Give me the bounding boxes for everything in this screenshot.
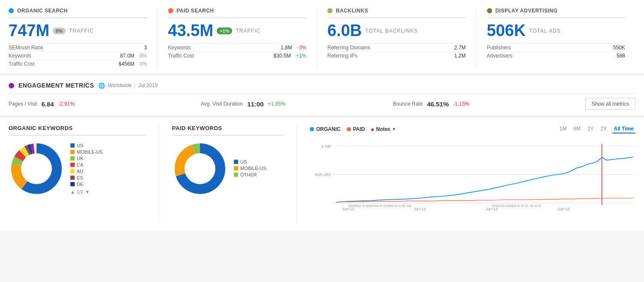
display-dot bbox=[487, 8, 492, 13]
paid-badge: +1% bbox=[217, 27, 232, 34]
paid-legend-list: US MOBILE-US OTHER bbox=[234, 159, 266, 179]
separator-2 bbox=[296, 125, 297, 224]
svg-text:GGGGG G-GGGGG G GGGG-G G IG GG: GGGGG G-GGGGG G GGGG-G G IG GG bbox=[348, 204, 411, 208]
time-1y[interactable]: 1Y bbox=[586, 125, 596, 133]
backlinks-dot bbox=[327, 8, 333, 13]
organic-row-traffic-cost: Traffic Cost $456M 0% bbox=[9, 60, 147, 68]
display-title: DISPLAY ADVERTISING bbox=[496, 8, 558, 14]
legend-item-es: ES bbox=[70, 175, 103, 180]
paid-dot bbox=[168, 8, 173, 13]
engagement-section: ENGAGEMENT METRICS 🌐 Worldwide | Jul 201… bbox=[0, 76, 644, 116]
legend-item-mobile-us: MOBILE-US bbox=[70, 149, 103, 155]
paid-legend-us: US bbox=[234, 159, 266, 164]
engagement-dot bbox=[9, 83, 14, 88]
paid-legend-mobile-us: MOBILE-US bbox=[234, 166, 266, 171]
notes-button[interactable]: ◆ Notes ▼ bbox=[371, 126, 396, 132]
organic-sub-rows: SEMrush Rank 3 Keywords 87.0M 0% Traffic… bbox=[9, 43, 147, 68]
backlinks-big-number: 6.0B TOTAL BACKLINKS bbox=[327, 21, 466, 40]
paid-donut-chart bbox=[172, 141, 228, 197]
page-indicator: 1/2 bbox=[77, 189, 83, 194]
backlinks-row-ips: Referring IPs 1.2M bbox=[327, 52, 466, 60]
time-6m[interactable]: 6M bbox=[571, 125, 582, 133]
svg-text:1.0B: 1.0B bbox=[321, 144, 331, 149]
time-1m[interactable]: 1M bbox=[558, 125, 568, 133]
paid-big-number: 43.5M +1% TRAFFIC bbox=[168, 21, 307, 40]
organic-title: ORGANIC SEARCH bbox=[17, 8, 68, 14]
paid-title: PAID SEARCH bbox=[177, 8, 214, 14]
organic-search-block: ORGANIC SEARCH 747M 0% TRAFFIC SEMrush R… bbox=[9, 8, 158, 68]
chart-area: 1.0B 500.0M Jan'12 Jan'14 Jan'16 Jan'18 … bbox=[310, 138, 635, 224]
organic-header: ORGANIC SEARCH bbox=[9, 8, 147, 18]
engagement-metrics-row: Pages / Visit 6.84 -2.91% Avg. Visit Dur… bbox=[9, 98, 635, 110]
paid-sub-rows: Keywords 1.8M -3% Traffic Cost $30.5M +1… bbox=[168, 43, 307, 60]
svg-text:Jan'14: Jan'14 bbox=[414, 207, 426, 211]
organic-row-keywords: Keywords 87.0M 0% bbox=[9, 52, 147, 60]
organic-row-semrush: SEMrush Rank 3 bbox=[9, 43, 147, 52]
avg-visit-metric: Avg. Visit Duration 11:00 +1.85% bbox=[201, 100, 393, 108]
backlinks-row-domains: Referring Domains 2.7M bbox=[327, 43, 466, 52]
chart-paid-label: PAID bbox=[353, 126, 365, 132]
bounce-rate-metric: Bounce Rate 46.51% -1.15% bbox=[393, 100, 585, 108]
time-2y[interactable]: 2Y bbox=[599, 125, 609, 133]
chart-organic-legend: ORGANIC bbox=[310, 126, 341, 132]
svg-text:Jan'18: Jan'18 bbox=[557, 207, 570, 211]
organic-keywords-block: ORGANIC KEYWORDS bbox=[9, 125, 146, 224]
paid-row-keywords: Keywords 1.8M -3% bbox=[168, 43, 307, 52]
organic-big-number: 747M 0% TRAFFIC bbox=[9, 21, 147, 40]
paid-search-block: PAID SEARCH 43.5M +1% TRAFFIC Keywords 1… bbox=[158, 8, 317, 68]
show-metrics-button[interactable]: Show all metrics bbox=[585, 98, 635, 110]
pages-visit-metric: Pages / Visit 6.84 -2.91% bbox=[9, 100, 201, 108]
organic-donut-chart bbox=[9, 141, 64, 197]
legend-item-us: US bbox=[70, 143, 103, 148]
paid-row-traffic-cost: Traffic Cost $30.5M +1% bbox=[168, 52, 307, 60]
paid-keywords-title: PAID KEYWORDS bbox=[172, 125, 284, 136]
organic-badge: 0% bbox=[53, 27, 66, 34]
paid-keywords-block: PAID KEYWORDS US MOBILE-US OTHER bbox=[172, 125, 284, 224]
chart-paid-dot bbox=[347, 127, 351, 131]
engagement-meta: 🌐 Worldwide | Jul 2019 bbox=[98, 82, 157, 89]
legend-nav[interactable]: ▲ 1/2 ▼ bbox=[70, 189, 103, 194]
engagement-title: ENGAGEMENT METRICS bbox=[18, 82, 94, 89]
svg-point-12 bbox=[184, 153, 215, 184]
legend-item-de: DE bbox=[70, 182, 103, 187]
bottom-section: ORGANIC KEYWORDS bbox=[0, 118, 644, 230]
chart-paid-legend: PAID bbox=[347, 126, 365, 132]
display-block: DISPLAY ADVERTISING 506K TOTAL ADS Publi… bbox=[477, 8, 636, 68]
organic-donut-legend: US MOBILE-US UK CA AU ES DE ▲ 1/2 ▼ bbox=[9, 141, 146, 197]
paid-header: PAID SEARCH bbox=[168, 8, 307, 18]
chart-header: ORGANIC PAID ◆ Notes ▼ 1M 6M 1Y 2Y All T… bbox=[310, 125, 635, 133]
display-row-publishers: Publishers 550K bbox=[487, 43, 626, 52]
next-page-icon[interactable]: ▼ bbox=[85, 189, 90, 194]
display-sub-rows: Publishers 550K Advertisers 588 bbox=[487, 43, 626, 60]
engagement-location: Worldwide bbox=[108, 82, 132, 88]
notes-label: Notes bbox=[376, 126, 390, 132]
svg-point-8 bbox=[21, 153, 52, 184]
time-all[interactable]: All Time bbox=[612, 125, 635, 133]
svg-text:500.0M: 500.0M bbox=[315, 173, 331, 177]
backlinks-sub-rows: Referring Domains 2.7M Referring IPs 1.2… bbox=[327, 43, 466, 60]
legend-item-ca: CA bbox=[70, 162, 103, 167]
paid-donut-legend: US MOBILE-US OTHER bbox=[172, 141, 284, 197]
chart-organic-label: ORGANIC bbox=[316, 126, 341, 132]
chart-block: ORGANIC PAID ◆ Notes ▼ 1M 6M 1Y 2Y All T… bbox=[310, 125, 635, 224]
backlinks-title: BACKLINKS bbox=[336, 8, 368, 14]
organic-keywords-title: ORGANIC KEYWORDS bbox=[9, 125, 146, 136]
backlinks-header: BACKLINKS bbox=[327, 8, 466, 18]
display-big-number: 506K TOTAL ADS bbox=[487, 21, 626, 40]
time-range-group: 1M 6M 1Y 2Y All Time bbox=[558, 125, 635, 133]
notes-dropdown-icon: ▼ bbox=[392, 127, 396, 131]
engagement-date: Jul 2019 bbox=[138, 82, 157, 88]
separator-1 bbox=[159, 125, 159, 224]
paid-legend-other: OTHER bbox=[234, 172, 266, 177]
legend-item-au: AU bbox=[70, 169, 103, 174]
legend-item-uk: UK bbox=[70, 156, 103, 161]
organic-dot bbox=[9, 8, 14, 13]
engagement-header: ENGAGEMENT METRICS 🌐 Worldwide | Jul 201… bbox=[9, 82, 635, 94]
organic-legend-list: US MOBILE-US UK CA AU ES DE ▲ 1/2 ▼ bbox=[70, 143, 103, 194]
display-row-advertisers: Advertisers 588 bbox=[487, 52, 626, 60]
chart-organic-dot bbox=[310, 127, 314, 131]
backlinks-block: BACKLINKS 6.0B TOTAL BACKLINKS Referring… bbox=[317, 8, 477, 68]
svg-text:GGGGG-GGGG G IG G- IG-G G: GGGGG-GGGG G IG G- IG-G G bbox=[492, 204, 541, 208]
globe-icon: 🌐 bbox=[98, 82, 105, 89]
prev-page-icon[interactable]: ▲ bbox=[70, 189, 75, 194]
